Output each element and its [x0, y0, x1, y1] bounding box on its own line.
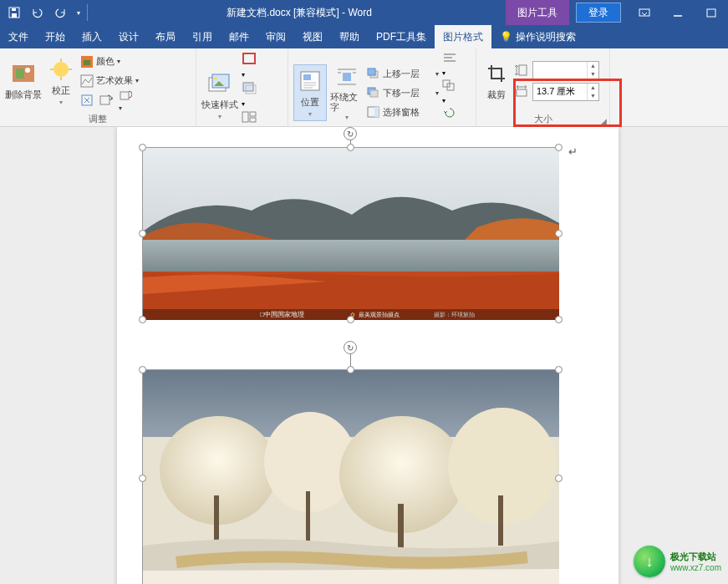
handle[interactable]: [347, 316, 354, 323]
artistic-effects-button[interactable]: 艺术效果▾: [80, 72, 139, 90]
width-down[interactable]: ▼: [588, 92, 598, 100]
color-button[interactable]: 颜色▾: [80, 53, 139, 71]
selected-image-2[interactable]: [142, 369, 558, 584]
height-down[interactable]: ▼: [588, 70, 598, 79]
width-icon: [515, 85, 530, 99]
ribbon-options-button[interactable]: [628, 0, 661, 25]
svg-point-8: [25, 68, 30, 73]
tab-references[interactable]: 引用: [184, 25, 221, 48]
svg-rect-23: [243, 53, 255, 63]
svg-rect-55: [143, 240, 559, 273]
change-picture-button[interactable]: [99, 94, 113, 107]
bring-forward-button[interactable]: 上移一层▾: [367, 64, 439, 83]
svg-rect-70: [398, 504, 404, 550]
tab-pdf[interactable]: PDF工具集: [368, 25, 435, 48]
svg-point-9: [53, 62, 69, 77]
landscape-autumn-image: □中国国家地理 ✿ 最美观景拍摄点 摄影：环球旅拍: [143, 148, 559, 320]
tab-home[interactable]: 开始: [37, 25, 74, 48]
position-label: 位置: [301, 96, 319, 109]
handle[interactable]: [139, 366, 146, 373]
svg-rect-69: [306, 491, 310, 541]
tab-file[interactable]: 文件: [0, 25, 37, 48]
tell-me-search[interactable]: 💡 操作说明搜索: [491, 25, 584, 48]
remove-background-button[interactable]: 删除背景: [5, 53, 42, 109]
group-button[interactable]: ▾: [442, 79, 457, 106]
crop-button[interactable]: 裁剪: [481, 53, 512, 109]
corrections-label: 校正: [52, 84, 70, 97]
handle[interactable]: [347, 366, 354, 373]
quick-styles-button[interactable]: 快速样式 ▾: [201, 67, 238, 124]
handle[interactable]: [555, 144, 563, 151]
handle[interactable]: [139, 316, 146, 323]
tab-view[interactable]: 视图: [294, 25, 331, 48]
color-label: 颜色: [96, 55, 115, 68]
save-button[interactable]: [3, 2, 25, 23]
svg-rect-71: [498, 495, 503, 546]
send-backward-button[interactable]: 下移一层▾: [367, 84, 439, 102]
document-title: 新建文档.docx [兼容模式] - Word: [93, 6, 506, 20]
watermark-name: 极光下载站: [670, 551, 721, 563]
qat-customize[interactable]: ▾: [74, 2, 84, 23]
svg-rect-27: [250, 112, 256, 116]
tab-review[interactable]: 审阅: [257, 25, 294, 48]
tab-help[interactable]: 帮助: [331, 25, 368, 48]
tab-insert[interactable]: 插入: [74, 25, 110, 48]
maximize-button[interactable]: [695, 0, 728, 25]
svg-rect-68: [214, 495, 219, 546]
picture-tools-tab-header: 图片工具: [506, 0, 569, 25]
handle[interactable]: [139, 475, 146, 482]
svg-rect-18: [100, 96, 109, 104]
svg-point-22: [214, 77, 217, 80]
height-input[interactable]: ▲▼: [532, 61, 599, 79]
quick-access-toolbar: ▾: [0, 2, 93, 23]
corrections-button[interactable]: 校正 ▾: [45, 53, 77, 109]
width-input[interactable]: ▲▼: [532, 83, 599, 101]
width-field[interactable]: [533, 87, 587, 97]
handle[interactable]: [555, 366, 563, 373]
tab-mailings[interactable]: 邮件: [221, 25, 257, 48]
size-launcher[interactable]: ◢: [601, 117, 607, 125]
crop-label: 裁剪: [487, 89, 506, 101]
svg-rect-34: [343, 73, 351, 81]
selected-image-1[interactable]: □中国国家地理 ✿ 最美观景拍摄点 摄影：环球旅拍: [142, 147, 558, 319]
picture-effects-button[interactable]: ▾: [242, 81, 257, 109]
height-icon: [515, 63, 530, 77]
height-up[interactable]: ▲: [588, 62, 598, 70]
undo-button[interactable]: [27, 2, 48, 23]
tab-picture-format[interactable]: 图片格式: [435, 25, 491, 48]
redo-button[interactable]: [50, 2, 72, 23]
handle[interactable]: [555, 316, 563, 323]
selection-pane-label: 选择窗格: [383, 106, 420, 119]
tab-layout[interactable]: 布局: [147, 25, 184, 48]
handle[interactable]: [555, 230, 563, 237]
lightbulb-icon: 💡: [500, 31, 512, 43]
document-area[interactable]: □中国国家地理 ✿ 最美观景拍摄点 摄影：环球旅拍 ↻ ↵: [0, 127, 728, 584]
position-button[interactable]: 位置 ▾: [293, 64, 327, 121]
tell-me-label: 操作说明搜索: [516, 30, 576, 44]
svg-rect-26: [242, 112, 248, 122]
compress-pictures-button[interactable]: [80, 94, 94, 107]
selection-pane-button[interactable]: 选择窗格: [367, 103, 439, 121]
wrap-text-button[interactable]: 环绕文字 ▾: [330, 64, 364, 121]
svg-text:□中国国家地理: □中国国家地理: [260, 311, 304, 318]
rotation-handle-1[interactable]: ↻: [344, 127, 357, 140]
login-button[interactable]: 登录: [576, 3, 621, 23]
handle[interactable]: [139, 144, 146, 151]
crop-icon: [483, 60, 510, 87]
tab-design[interactable]: 设计: [110, 25, 147, 48]
align-button[interactable]: ▾: [442, 52, 457, 79]
svg-rect-40: [368, 69, 375, 75]
minimize-button[interactable]: [661, 0, 695, 25]
width-up[interactable]: ▲: [588, 84, 598, 92]
wrap-text-icon: [333, 64, 360, 90]
picture-border-button[interactable]: ▾: [242, 52, 257, 80]
handle[interactable]: [555, 475, 563, 482]
handle[interactable]: [347, 144, 354, 151]
send-backward-icon: [367, 87, 380, 99]
quick-styles-icon: [206, 70, 233, 97]
height-field[interactable]: [533, 65, 587, 75]
handle[interactable]: [139, 230, 146, 237]
rotation-handle-2[interactable]: ↻: [344, 341, 357, 354]
reset-picture-button[interactable]: ▾: [119, 89, 132, 112]
ribbon-tabs: 文件 开始 插入 设计 布局 引用 邮件 审阅 视图 帮助 PDF工具集 图片格…: [0, 25, 728, 48]
